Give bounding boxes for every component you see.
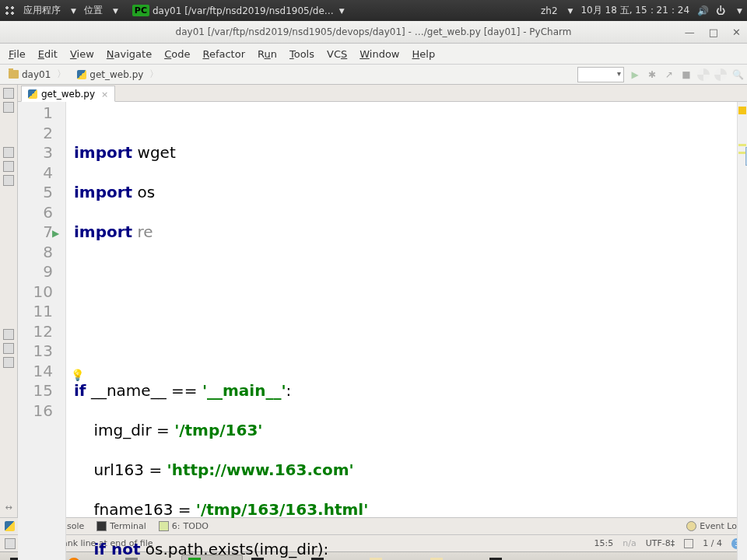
input-method-indicator[interactable]: zh2 (541, 5, 558, 16)
editor-tabs: get_web.py × (18, 85, 747, 102)
window-title: day01 [/var/ftp/nsd2019/nsd1905/devops/d… (176, 26, 572, 37)
pycharm-icon: PC (132, 5, 149, 16)
menu-help[interactable]: Help (407, 46, 441, 62)
folder-icon (9, 70, 19, 79)
tab-label: get_web.py (41, 89, 95, 100)
project-tool-icon[interactable] (3, 88, 14, 99)
applications-icon[interactable] (5, 5, 16, 16)
power-icon[interactable] (716, 5, 727, 16)
breadcrumb-label: day01 (22, 69, 51, 80)
search-icon[interactable] (731, 68, 744, 81)
tool-icon[interactable] (3, 161, 14, 172)
left-tool-stripe: ↔ (0, 85, 18, 517)
menu-window[interactable]: Window (354, 46, 405, 62)
close-icon[interactable]: × (101, 89, 108, 100)
editor-area: ↔ get_web.py × 1234 5678 9101112 1314151… (0, 85, 747, 517)
clock[interactable]: 10月 18 五, 15：21：24 (580, 4, 689, 17)
maximize-button[interactable]: □ (709, 26, 718, 38)
run-gutter-icon[interactable]: ▶ (52, 224, 59, 244)
warning-stripe[interactable] (738, 144, 746, 146)
run-config-combo[interactable] (577, 67, 624, 82)
tool-icon[interactable] (3, 357, 14, 368)
active-window-title: day01 [/var/ftp/nsd2019/nsd1905/de… (153, 5, 334, 16)
breadcrumb-label: get_web.py (89, 69, 143, 80)
window-title-bar: day01 [/var/ftp/nsd2019/nsd1905/devops/d… (0, 21, 747, 44)
restore-layout-icon[interactable]: ↔ (5, 502, 12, 513)
active-window-indicator[interactable]: PC day01 [/var/ftp/nsd2019/nsd1905/de… ▼ (132, 5, 345, 16)
menu-run[interactable]: Run (252, 46, 282, 62)
menu-tools[interactable]: Tools (284, 46, 320, 62)
tool-icon[interactable] (3, 329, 14, 340)
menu-refactor[interactable]: Refactor (197, 46, 251, 62)
editor-tab-active[interactable]: get_web.py × (21, 86, 115, 102)
tool-icon[interactable] (3, 175, 14, 186)
debug-icon[interactable] (646, 68, 658, 81)
favorites-tool-icon[interactable] (3, 147, 14, 158)
intention-bulb-icon[interactable]: 💡 (71, 366, 84, 386)
run-coverage-icon[interactable] (663, 68, 675, 81)
minimize-button[interactable]: — (685, 26, 695, 38)
menu-navigate[interactable]: Navigate (101, 46, 157, 62)
error-stripe[interactable] (737, 102, 747, 560)
layout-icon[interactable] (697, 68, 710, 81)
places-menu[interactable]: 位置 (84, 4, 103, 17)
menu-edit[interactable]: Edit (33, 46, 63, 62)
menu-vcs[interactable]: VCS (321, 46, 352, 62)
structure-tool-icon[interactable] (3, 102, 14, 113)
applications-menu[interactable]: 应用程序 (23, 4, 61, 17)
close-button[interactable]: ✕ (732, 26, 741, 38)
code-text[interactable]: import wget import os import re if __nam… (66, 102, 737, 560)
python-icon (5, 521, 15, 531)
breadcrumb-project[interactable]: day01 (3, 66, 72, 83)
menu-file[interactable]: File (3, 46, 31, 62)
main-menu-bar: File Edit View Navigate Code Refactor Ru… (0, 44, 747, 64)
code-editor[interactable]: 1234 5678 9101112 13141516 ▶ 💡 import wg… (18, 102, 747, 560)
analysis-warning-icon[interactable] (738, 107, 746, 114)
tool-icon[interactable] (3, 343, 14, 354)
navigation-bar: day01 get_web.py (0, 64, 747, 85)
python-file-icon (77, 70, 86, 79)
menu-code[interactable]: Code (159, 46, 195, 62)
menu-view[interactable]: View (65, 46, 100, 62)
sound-icon[interactable] (697, 5, 708, 16)
layout-icon-2[interactable] (714, 68, 727, 81)
line-gutter: 1234 5678 9101112 13141516 ▶ 💡 (18, 102, 66, 560)
desktop-top-panel: 应用程序▼ 位置▼ PC day01 [/var/ftp/nsd2019/nsd… (0, 0, 747, 21)
stop-icon[interactable] (680, 68, 693, 81)
python-file-icon (28, 89, 37, 99)
breadcrumb-file[interactable]: get_web.py (72, 66, 164, 83)
run-icon[interactable] (629, 68, 641, 81)
tool-window-toggle-icon[interactable] (5, 538, 16, 549)
